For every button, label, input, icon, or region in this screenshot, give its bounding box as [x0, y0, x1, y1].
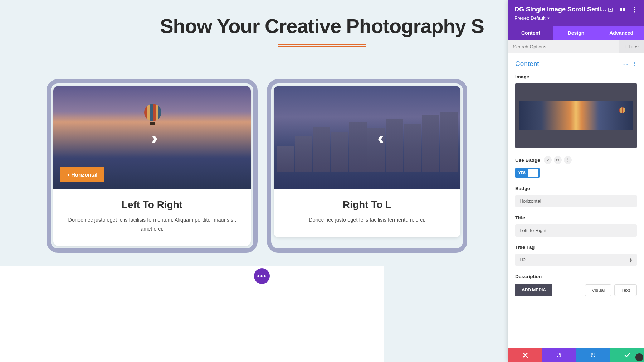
title-tag-select[interactable] — [515, 254, 637, 266]
field-use-badge: Use Badge ? ↺ ⋮ YES — [515, 156, 637, 178]
tab-advanced[interactable]: Advanced — [599, 26, 644, 40]
help-icon[interactable]: ? — [544, 156, 552, 164]
search-input[interactable] — [508, 40, 619, 53]
filter-label: Filter — [629, 44, 639, 49]
more-vertical-icon[interactable] — [632, 7, 638, 13]
card-desc: Donec nec justo eget felis facilisis fer… — [62, 216, 242, 233]
field-title-tag: Title Tag ▲▼ — [515, 245, 637, 266]
svg-point-4 — [634, 7, 635, 8]
preset-value: Default — [531, 15, 545, 21]
panel-body: Content ︿ ⋮ Image Use Badge ? — [508, 53, 644, 348]
badge-horizontal: ›› Horizontal — [60, 167, 104, 182]
more-vertical-icon[interactable]: ⋮ — [564, 156, 572, 164]
select-arrows-icon: ▲▼ — [629, 257, 633, 262]
undo-button[interactable]: ↺ — [542, 348, 576, 362]
preset-label: Preset: — [514, 15, 529, 21]
title-tag-label: Title Tag — [515, 245, 637, 250]
card-title: Left To Right — [62, 199, 242, 211]
filter-button[interactable]: + Filter — [619, 40, 644, 53]
card-image: ›› ›› Horizontal — [53, 86, 251, 189]
redo-icon: ↻ — [590, 351, 596, 359]
svg-point-5 — [634, 9, 635, 10]
description-label: Description — [515, 274, 637, 279]
panel-header: DG Single Image Scroll Setti... Preset: … — [508, 0, 644, 26]
corner-handle[interactable] — [635, 353, 643, 361]
title-label: Title — [515, 215, 637, 221]
toggle-knob — [528, 169, 538, 177]
text-tab[interactable]: Text — [614, 284, 637, 296]
panel-footer: ↺ ↻ — [508, 348, 644, 362]
reset-icon[interactable]: ↺ — [554, 156, 562, 164]
cancel-button[interactable] — [508, 348, 542, 362]
columns-icon[interactable] — [620, 7, 625, 13]
settings-tabs: Content Design Advanced — [508, 26, 644, 40]
field-title: Title — [515, 215, 637, 237]
preset-dropdown[interactable]: Preset: Default ▼ — [514, 15, 638, 21]
card-title: Right To L — [282, 199, 452, 211]
card-right-to-left[interactable]: ‹‹ Right To L Donec nec justo eget felis… — [267, 79, 467, 253]
bottom-strip — [0, 266, 384, 362]
fab-more-button[interactable]: ••• — [254, 268, 270, 284]
card-left-to-right[interactable]: ›› ›› Horizontal Left To Right Donec nec… — [47, 79, 258, 253]
badge-label: Horizontal — [71, 172, 97, 178]
balloon-graphic — [144, 104, 161, 125]
more-vertical-icon[interactable]: ⋮ — [632, 61, 637, 67]
svg-point-6 — [634, 11, 635, 12]
badge-input[interactable] — [515, 195, 637, 207]
section-header[interactable]: Content ︿ ⋮ — [515, 60, 637, 68]
chevron-down-icon: ▼ — [547, 16, 550, 20]
use-badge-label: Use Badge — [515, 158, 540, 163]
svg-point-1 — [610, 9, 611, 10]
svg-rect-2 — [620, 8, 622, 11]
section-title: Content — [515, 60, 539, 68]
title-input[interactable] — [515, 224, 637, 237]
redo-button[interactable]: ↻ — [576, 348, 610, 362]
card-image: ‹‹ — [274, 86, 460, 189]
use-badge-toggle[interactable]: YES — [515, 168, 540, 178]
field-description: Description ADD MEDIA Visual Text — [515, 274, 637, 296]
image-preview[interactable] — [515, 83, 637, 148]
chevron-up-icon[interactable]: ︿ — [623, 61, 628, 67]
search-row: + Filter — [508, 40, 644, 53]
toggle-yes-label: YES — [518, 171, 526, 175]
field-image: Image — [515, 74, 637, 148]
visual-tab[interactable]: Visual — [585, 284, 612, 296]
badge-label: Badge — [515, 186, 637, 191]
plus-icon: + — [624, 44, 627, 49]
settings-panel: DG Single Image Scroll Setti... Preset: … — [508, 0, 644, 362]
tab-content[interactable]: Content — [508, 26, 553, 40]
check-icon — [624, 353, 630, 357]
image-label: Image — [515, 74, 637, 79]
expand-icon[interactable] — [608, 7, 613, 13]
card-desc: Donec nec justo eget felis facilisis fer… — [282, 216, 452, 225]
tab-design[interactable]: Design — [553, 26, 599, 40]
cityscape-graphic — [274, 107, 460, 172]
undo-icon: ↺ — [556, 351, 562, 359]
svg-rect-3 — [623, 8, 625, 11]
field-badge: Badge — [515, 186, 637, 207]
add-media-button[interactable]: ADD MEDIA — [515, 284, 552, 296]
close-icon — [523, 353, 528, 358]
panel-title: DG Single Image Scroll Setti... — [514, 6, 608, 13]
